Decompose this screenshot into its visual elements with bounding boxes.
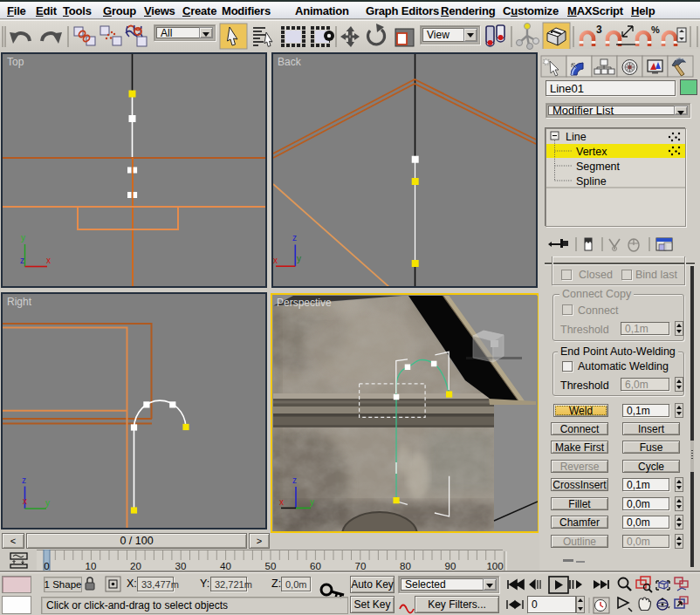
svg-text:Right: Right bbox=[7, 296, 32, 308]
svg-text:10: 10 bbox=[86, 561, 97, 571]
svg-text:x: x bbox=[273, 256, 278, 265]
svg-text:90: 90 bbox=[445, 561, 456, 571]
svg-text:100: 100 bbox=[486, 561, 503, 571]
svg-text:50: 50 bbox=[265, 561, 277, 571]
svg-text:x: x bbox=[23, 496, 27, 506]
svg-text:y: y bbox=[21, 233, 25, 243]
svg-text:80: 80 bbox=[400, 561, 411, 571]
svg-text:Vertex: Vertex bbox=[576, 146, 607, 158]
svg-text:Line: Line bbox=[566, 131, 587, 143]
svg-text:40: 40 bbox=[220, 561, 231, 571]
svg-text:z: z bbox=[292, 233, 297, 243]
svg-text:0: 0 bbox=[44, 561, 49, 571]
svg-text:Perspective: Perspective bbox=[277, 297, 332, 309]
svg-text:%: % bbox=[651, 24, 660, 35]
svg-text:Back: Back bbox=[278, 56, 302, 68]
svg-text:3: 3 bbox=[596, 24, 602, 36]
svg-text:z: z bbox=[22, 475, 26, 485]
svg-text:70: 70 bbox=[355, 561, 367, 571]
svg-text:Top: Top bbox=[7, 56, 24, 68]
svg-text:y: y bbox=[310, 497, 314, 507]
svg-text:x: x bbox=[46, 256, 51, 265]
svg-text:30: 30 bbox=[175, 561, 187, 571]
svg-text:y: y bbox=[297, 254, 301, 263]
svg-text:Segment: Segment bbox=[576, 161, 621, 173]
svg-text:z: z bbox=[292, 475, 297, 485]
svg-text:x: x bbox=[279, 497, 284, 507]
svg-text:20: 20 bbox=[130, 561, 141, 571]
svg-text:y: y bbox=[45, 498, 50, 508]
svg-text:60: 60 bbox=[310, 561, 321, 571]
svg-text:Spline: Spline bbox=[576, 175, 607, 188]
svg-text:z: z bbox=[20, 256, 24, 265]
